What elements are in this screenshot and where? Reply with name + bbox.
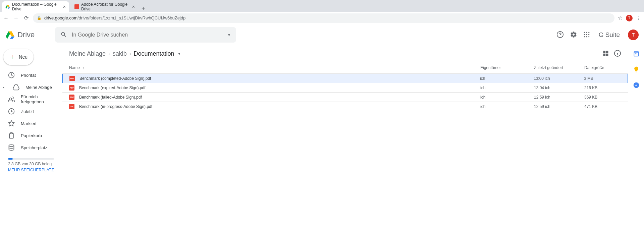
- file-owner: ich: [480, 104, 534, 109]
- svg-point-21: [9, 145, 14, 147]
- back-button[interactable]: ←: [3, 15, 9, 21]
- calendar-icon[interactable]: 31: [633, 50, 640, 58]
- svg-point-8: [584, 32, 585, 33]
- breadcrumb-item[interactable]: Meine Ablage: [69, 50, 106, 57]
- storage-label: Speicherplatz: [21, 145, 47, 150]
- header-actions: G Suite T: [556, 30, 639, 40]
- file-row[interactable]: PDFBenchmark (completed-Adobe Sign).pdfi…: [62, 74, 628, 83]
- column-owner[interactable]: Eigentümer: [480, 65, 534, 70]
- sidebar-item-trash[interactable]: Papierkorb: [0, 129, 62, 141]
- column-name[interactable]: Name ↑: [69, 65, 480, 70]
- svg-point-16: [588, 36, 589, 37]
- expand-icon[interactable]: ▸: [3, 86, 7, 89]
- browser-tab-active[interactable]: Documentation – Google Drive ×: [2, 1, 69, 12]
- drive-logo[interactable]: Drive: [5, 30, 52, 40]
- storage-icon: [8, 144, 15, 151]
- storage-text: 2,8 GB von 30 GB belegt: [8, 162, 54, 166]
- file-modified: 12:59 ich: [534, 104, 584, 109]
- file-row[interactable]: PDFBenchmark (failed-Adobe Sign).pdfich1…: [62, 93, 628, 102]
- breadcrumb-item[interactable]: sakib: [113, 50, 127, 57]
- starred-icon: [8, 120, 15, 127]
- nav-label: Markiert: [21, 121, 37, 126]
- browser-tab-inactive[interactable]: Adobe Acrobat für Google Drive ×: [71, 1, 138, 12]
- forward-button[interactable]: →: [13, 15, 19, 21]
- new-button[interactable]: Neu: [3, 49, 34, 65]
- content-area: Meine Ablage › sakib › Documentation ▼ N…: [62, 46, 628, 227]
- account-avatar[interactable]: T: [628, 30, 639, 40]
- sidebar-item-mydrive[interactable]: ▸Meine Ablage: [0, 81, 62, 93]
- chevron-right-icon: ›: [129, 51, 131, 56]
- url: drive.google.com/drive/folders/1xzm1_s1S…: [44, 15, 185, 20]
- file-name: Benchmark (in-progress-Adobe Sign).pdf: [79, 104, 480, 109]
- breadcrumb-current[interactable]: Documentation: [133, 50, 174, 57]
- support-icon[interactable]: [556, 31, 564, 39]
- nav-label: Für mich freigegeben: [21, 94, 58, 104]
- svg-rect-3: [74, 4, 79, 9]
- chevron-down-icon[interactable]: ▼: [178, 52, 181, 56]
- file-size: 3 MB: [584, 76, 621, 81]
- file-row[interactable]: PDFBenchmark (in-progress-Adobe Sign).pd…: [62, 102, 628, 111]
- gsuite-label: G Suite: [599, 31, 620, 39]
- main-layout: Neu Priorität▸Meine AblageFür mich freig…: [0, 46, 644, 227]
- new-tab-button[interactable]: +: [138, 5, 149, 12]
- bookmark-star-icon[interactable]: ☆: [618, 15, 623, 21]
- breadcrumb-row: Meine Ablage › sakib › Documentation ▼: [62, 46, 628, 62]
- tab-title: Documentation – Google Drive: [12, 2, 59, 11]
- svg-point-9: [586, 32, 587, 33]
- plus-icon: [9, 53, 15, 61]
- file-name: Benchmark (expired-Adobe Sign).pdf: [79, 86, 480, 90]
- pdf-icon: PDF: [69, 85, 74, 91]
- pdf-icon: PDF: [69, 104, 74, 109]
- keep-icon[interactable]: [633, 66, 640, 74]
- tasks-icon[interactable]: [633, 82, 640, 90]
- sidebar-item-starred[interactable]: Markiert: [0, 117, 62, 129]
- drive-favicon: [5, 4, 10, 9]
- buy-storage-link[interactable]: MEHR SPEICHERPLATZ: [8, 168, 54, 172]
- svg-point-12: [586, 34, 587, 35]
- sidebar-item-recent[interactable]: Zuletzt: [0, 105, 62, 117]
- settings-icon[interactable]: [570, 31, 577, 39]
- file-size: 471 KB: [584, 104, 621, 109]
- file-name: Benchmark (failed-Adobe Sign).pdf: [79, 95, 480, 100]
- sidebar-storage[interactable]: Speicherplatz: [0, 141, 62, 154]
- pdf-icon: PDF: [69, 76, 75, 81]
- shared-icon: [8, 96, 15, 103]
- file-size: 216 KB: [584, 86, 621, 90]
- address-bar[interactable]: 🔒 drive.google.com/drive/folders/1xzm1_s…: [33, 13, 614, 23]
- file-modified: 12:59 ich: [534, 95, 584, 100]
- pdf-favicon: [74, 4, 79, 9]
- close-icon[interactable]: ×: [63, 4, 66, 9]
- reload-button[interactable]: ⟳: [23, 15, 30, 21]
- nav-label: Papierkorb: [21, 133, 42, 138]
- priority-icon: [8, 72, 15, 78]
- recent-icon: [8, 108, 15, 115]
- sidebar-item-priority[interactable]: Priorität: [0, 69, 62, 81]
- sidebar-item-shared[interactable]: Für mich freigegeben: [0, 93, 62, 105]
- apps-icon[interactable]: [583, 31, 590, 39]
- sort-arrow-up-icon: ↑: [83, 65, 85, 70]
- lock-icon: 🔒: [37, 16, 42, 20]
- breadcrumb: Meine Ablage › sakib › Documentation ▼: [69, 50, 181, 57]
- svg-point-14: [584, 36, 585, 37]
- search-input[interactable]: [72, 32, 223, 38]
- search-options-icon[interactable]: ▼: [227, 33, 231, 37]
- search-bar[interactable]: ▼: [55, 27, 236, 43]
- svg-point-13: [588, 34, 589, 35]
- column-modified[interactable]: Zuletzt geändert: [534, 65, 584, 70]
- browser-menu-icon[interactable]: ⋮: [636, 15, 641, 21]
- mydrive-icon: [13, 84, 19, 91]
- file-row[interactable]: PDFBenchmark (expired-Adobe Sign).pdfich…: [62, 83, 628, 93]
- storage-bar: [8, 158, 54, 160]
- grid-view-icon[interactable]: [602, 50, 609, 58]
- browser-tab-strip: Documentation – Google Drive × Adobe Acr…: [0, 0, 644, 12]
- trash-icon: [8, 132, 15, 139]
- browser-profile[interactable]: T: [626, 15, 633, 21]
- column-size[interactable]: Dateigröße: [584, 65, 621, 70]
- side-panel: 31: [628, 46, 644, 227]
- list-header: Name ↑ Eigentümer Zuletzt geändert Datei…: [62, 62, 628, 74]
- close-icon[interactable]: ×: [132, 4, 135, 9]
- info-icon[interactable]: [614, 50, 621, 58]
- svg-marker-18: [13, 85, 19, 90]
- file-name: Benchmark (completed-Adobe Sign).pdf: [79, 76, 480, 81]
- storage-section: 2,8 GB von 30 GB belegt MEHR SPEICHERPLA…: [0, 154, 62, 175]
